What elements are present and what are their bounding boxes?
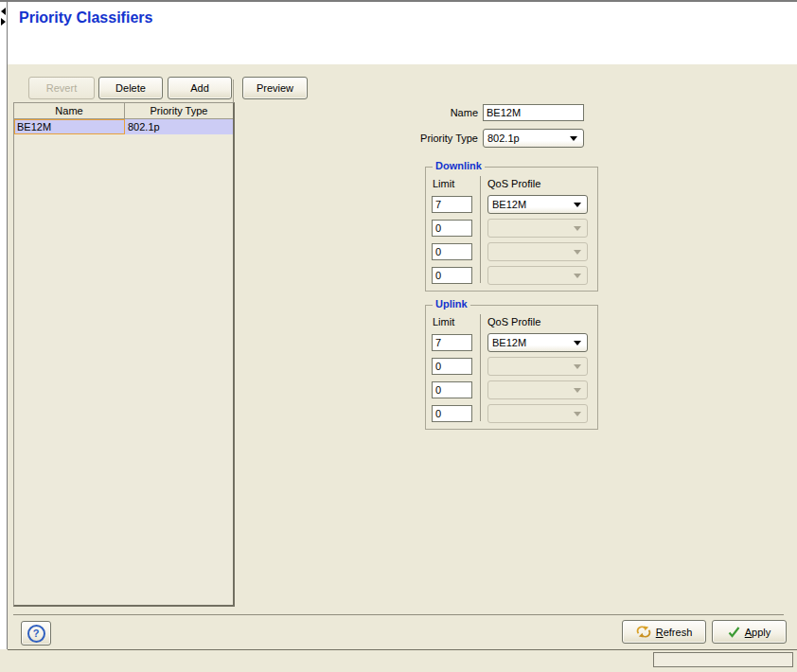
- delete-button-label: Delete: [115, 82, 146, 94]
- title-band: Priority Classifiers: [8, 2, 797, 64]
- priority-type-select[interactable]: 802.1p: [483, 129, 584, 148]
- priority-classifiers-window: Priority Classifiers Revert Delete Add P…: [0, 0, 797, 672]
- help-button[interactable]: ?: [21, 621, 51, 645]
- footer-separator: [13, 614, 784, 615]
- downlink-limit-input-3[interactable]: [432, 243, 472, 260]
- uplink-column-divider: [480, 314, 481, 421]
- downlink-limit-input-2[interactable]: [432, 220, 472, 237]
- chevron-down-icon: [574, 203, 581, 207]
- name-label: Name: [360, 107, 478, 118]
- apply-button[interactable]: Apply: [712, 620, 787, 644]
- apply-button-label: Apply: [745, 627, 771, 638]
- uplink-qos-profile-label: QoS Profile: [487, 316, 540, 327]
- chevron-down-icon: [574, 226, 581, 231]
- uplink-limit-input-1[interactable]: [432, 334, 472, 351]
- left-panel-edge: [233, 80, 234, 102]
- chevron-down-icon: [570, 136, 577, 141]
- downlink-group: Downlink Limit QoS Profile BE12M: [425, 167, 598, 292]
- chevron-down-icon: [574, 341, 581, 345]
- uplink-qos-profile-select-1[interactable]: BE12M: [487, 333, 588, 352]
- chevron-down-icon: [574, 274, 581, 278]
- splitter-expand-right-icon[interactable]: [1, 18, 6, 26]
- priority-type-value: 802.1p: [487, 133, 520, 144]
- uplink-limit-input-3[interactable]: [432, 381, 472, 398]
- table-header: Name Priority Type: [14, 103, 233, 119]
- uplink-limit-input-4[interactable]: [432, 405, 472, 422]
- downlink-qos-profile-select-4: [487, 266, 588, 285]
- uplink-limit-input-2[interactable]: [432, 358, 472, 375]
- table-header-priority-type[interactable]: Priority Type: [125, 103, 233, 119]
- chevron-down-icon: [574, 388, 581, 393]
- apply-check-icon: [728, 627, 740, 638]
- page-title: Priority Classifiers: [19, 9, 152, 27]
- chevron-down-icon: [574, 250, 581, 255]
- splitter-collapse-left-icon[interactable]: [1, 8, 6, 15]
- downlink-limit-label: Limit: [433, 178, 454, 189]
- uplink-limit-label: Limit: [433, 316, 454, 327]
- chevron-down-icon: [574, 412, 581, 416]
- preview-button[interactable]: Preview: [242, 77, 308, 99]
- downlink-column-divider: [480, 176, 481, 283]
- downlink-qos-profile-select-3: [487, 242, 588, 261]
- revert-button: Revert: [28, 77, 95, 99]
- uplink-qos-profile-select-2: [487, 357, 588, 376]
- downlink-limit-input-1[interactable]: [432, 196, 472, 213]
- downlink-qos-profile-value-1: BE12M: [492, 199, 526, 210]
- cell-priority-type[interactable]: 802.1p: [125, 119, 233, 134]
- splitter-bar[interactable]: [0, 2, 8, 649]
- add-button[interactable]: Add: [168, 77, 232, 99]
- cell-name[interactable]: BE12M: [14, 119, 125, 134]
- priority-type-label: Priority Type: [360, 133, 478, 144]
- refresh-button[interactable]: Refresh: [622, 620, 706, 644]
- downlink-limit-input-4[interactable]: [432, 267, 472, 284]
- uplink-group-title: Uplink: [433, 298, 470, 309]
- revert-button-label: Revert: [46, 82, 77, 94]
- table-header-name[interactable]: Name: [14, 103, 125, 119]
- downlink-qos-profile-select-2: [487, 219, 588, 238]
- uplink-group: Uplink Limit QoS Profile BE12M: [425, 305, 598, 430]
- uplink-qos-profile-value-1: BE12M: [492, 337, 526, 348]
- downlink-qos-profile-label: QoS Profile: [487, 178, 540, 189]
- table-row[interactable]: BE12M 802.1p: [14, 119, 233, 134]
- help-icon: ?: [27, 625, 45, 643]
- refresh-icon: [636, 626, 651, 638]
- name-input[interactable]: [483, 104, 584, 121]
- uplink-qos-profile-select-4: [487, 404, 588, 423]
- classifier-table: Name Priority Type BE12M 802.1p: [13, 102, 235, 607]
- add-button-label: Add: [190, 82, 209, 94]
- uplink-qos-profile-select-3: [487, 380, 588, 399]
- preview-button-label: Preview: [257, 82, 293, 94]
- downlink-qos-profile-select-1[interactable]: BE12M: [487, 195, 588, 214]
- refresh-button-label: Refresh: [656, 627, 693, 638]
- delete-button[interactable]: Delete: [98, 77, 163, 99]
- chevron-down-icon: [574, 364, 581, 369]
- status-bar: [0, 650, 797, 672]
- progress-bar: [653, 652, 793, 667]
- downlink-group-title: Downlink: [433, 160, 485, 171]
